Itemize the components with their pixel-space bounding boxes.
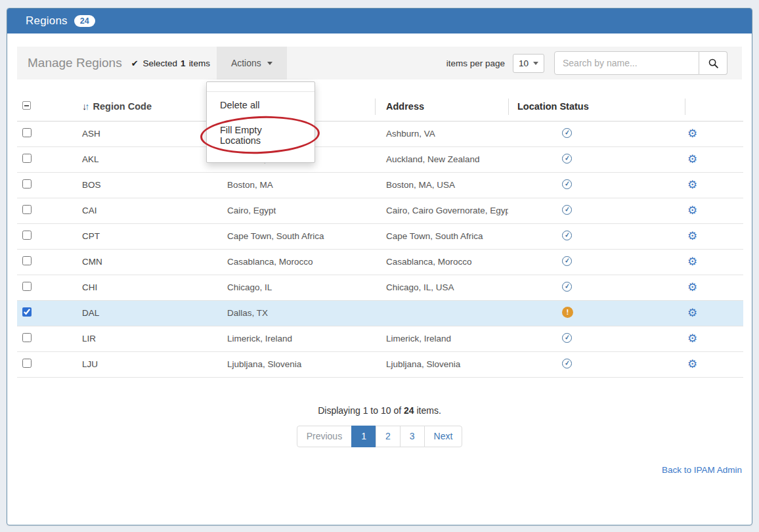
region-name-cell: Chicago, IL: [222, 275, 375, 300]
region-code-cell: CHI: [75, 275, 222, 300]
region-code-header-label: Region Code: [93, 101, 152, 112]
region-address-cell: Chicago, IL, USA: [375, 275, 508, 300]
page-button-2[interactable]: 2: [376, 426, 401, 447]
region-code-cell: CPT: [75, 223, 222, 249]
region-code-cell: AKL: [75, 146, 222, 172]
table-row: LIR Limerick, Ireland Limerick, Ireland: [17, 326, 743, 351]
check-circle-icon: [562, 154, 572, 164]
location-status-cell: [508, 146, 685, 172]
gear-icon[interactable]: [687, 257, 697, 267]
warning-icon: [562, 307, 573, 318]
gear-icon[interactable]: [687, 181, 697, 190]
row-checkbox-cell: [17, 249, 75, 275]
row-checkbox[interactable]: [22, 282, 32, 291]
previous-page-button[interactable]: Previous: [297, 426, 352, 447]
page-button-3[interactable]: 3: [400, 426, 425, 447]
gear-icon[interactable]: [687, 360, 697, 370]
regions-table: Region Code Address Location Status: [17, 93, 743, 378]
region-code-cell: CAI: [75, 198, 222, 223]
chevron-down-icon: [267, 62, 272, 65]
check-circle-icon: [562, 128, 572, 138]
region-code-cell: DAL: [75, 300, 222, 326]
gear-icon[interactable]: [687, 232, 697, 242]
gear-icon[interactable]: [687, 206, 697, 216]
menu-item-delete-all[interactable]: Delete all: [207, 92, 314, 117]
row-checkbox[interactable]: [22, 179, 32, 188]
panel-header: Regions 24: [7, 9, 752, 33]
row-checkbox[interactable]: [22, 231, 32, 240]
row-actions-cell: [685, 275, 743, 300]
location-status-cell: [508, 275, 685, 300]
region-name-cell: Limerick, Ireland: [222, 326, 375, 351]
row-actions-cell: [685, 351, 743, 377]
location-status-cell: [508, 223, 685, 249]
panel-body: Manage Regions Selected 1 items Actions …: [7, 33, 752, 476]
check-circle-icon: [562, 179, 572, 189]
location-status-cell: [508, 121, 685, 146]
region-code-cell: BOS: [75, 172, 222, 198]
gear-icon[interactable]: [687, 155, 697, 165]
row-checkbox[interactable]: [22, 205, 32, 214]
check-circle-icon: [562, 359, 572, 368]
table-row: LJU Ljubljana, Slovenia Ljubljana, Slove…: [17, 351, 743, 377]
gear-icon[interactable]: [687, 129, 697, 139]
gear-icon[interactable]: [687, 283, 697, 293]
row-checkbox-cell: [17, 275, 75, 300]
menu-spacer: [207, 82, 314, 91]
row-actions-cell: [685, 300, 743, 326]
row-checkbox-cell: [17, 351, 75, 377]
row-actions-cell: [685, 121, 743, 146]
search-button[interactable]: [699, 51, 727, 75]
select-all-checkbox[interactable]: [22, 101, 31, 110]
page-button-1[interactable]: 1: [351, 426, 376, 447]
row-checkbox[interactable]: [22, 256, 32, 265]
check-circle-icon: [562, 256, 572, 266]
location-status-cell: [508, 300, 685, 326]
row-checkbox[interactable]: [22, 333, 32, 342]
magnifier-icon: [708, 58, 719, 69]
back-link-row: Back to IPAM Admin: [17, 464, 742, 476]
region-name-cell: Boston, MA: [222, 172, 375, 198]
row-checkbox[interactable]: [22, 154, 32, 163]
selected-prefix: Selected: [143, 58, 178, 68]
region-address-cell: Auckland, New Zealand: [375, 146, 508, 172]
check-icon: [131, 58, 140, 68]
search-group: [554, 51, 727, 75]
row-checkbox[interactable]: [22, 128, 32, 137]
selected-count: 1: [181, 58, 186, 68]
address-header-label: Address: [386, 101, 424, 112]
gear-icon[interactable]: [687, 334, 697, 344]
region-code-cell: LIR: [75, 326, 222, 351]
selected-suffix: items: [189, 58, 210, 68]
row-actions-cell: [685, 326, 743, 351]
address-header: Address: [375, 93, 508, 121]
row-checkbox[interactable]: [22, 359, 32, 368]
menu-item-fill-empty-locations[interactable]: Fill Empty Locations: [207, 117, 314, 152]
location-status-header: Location Status: [508, 93, 685, 121]
row-actions-cell: [685, 249, 743, 275]
search-input[interactable]: [554, 51, 699, 75]
region-code-header[interactable]: Region Code: [75, 93, 222, 121]
next-page-button[interactable]: Next: [424, 426, 463, 447]
row-actions-cell: [685, 146, 743, 172]
page-size-select[interactable]: 10: [513, 54, 544, 73]
location-status-cell: [508, 172, 685, 198]
row-checkbox[interactable]: [22, 307, 32, 317]
region-code-cell: CMN: [75, 249, 222, 275]
region-name-cell: Ljubljana, Slovenia: [222, 351, 375, 377]
row-actions-cell: [685, 223, 743, 249]
row-checkbox-cell: [17, 121, 75, 146]
sort-icon: [82, 101, 88, 112]
region-address-cell: Boston, MA, USA: [375, 172, 508, 198]
actions-dropdown-button[interactable]: Actions: [217, 47, 287, 79]
gear-icon[interactable]: [687, 309, 697, 319]
location-status-header-label: Location Status: [517, 101, 589, 112]
back-to-ipam-admin-link[interactable]: Back to IPAM Admin: [662, 465, 742, 475]
row-checkbox-cell: [17, 198, 75, 223]
table-row: CPT Cape Town, South Africa Cape Town, S…: [17, 223, 743, 249]
row-checkbox-cell: [17, 146, 75, 172]
summary-suffix: items.: [414, 405, 441, 416]
region-name-cell: Casablanca, Morocco: [222, 249, 375, 275]
table-row: ASH Ashburn, VA: [17, 121, 743, 146]
items-per-page-label: items per page: [446, 58, 505, 68]
